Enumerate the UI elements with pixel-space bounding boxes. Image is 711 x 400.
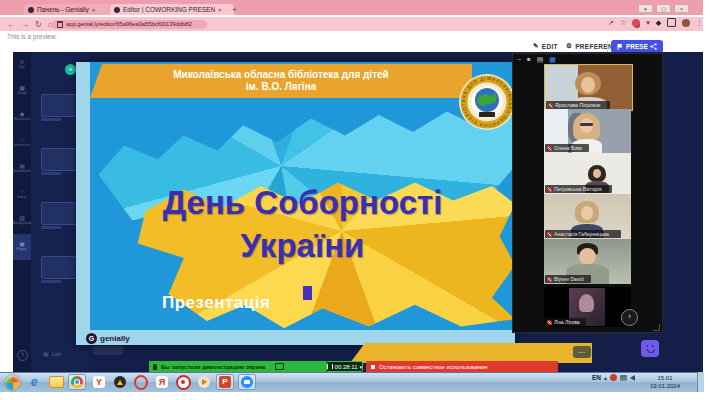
participant-name: Ярослава Пирожок bbox=[555, 102, 600, 107]
taskbar-powerpoint[interactable]: P bbox=[216, 374, 234, 390]
window-restore-button[interactable]: ▢ bbox=[656, 4, 671, 13]
feedback-chat-widget[interactable] bbox=[641, 340, 659, 357]
participant-video-6[interactable]: Ліза Лігова bbox=[544, 287, 631, 327]
participant-video-3[interactable]: Петровська Вікторія bbox=[544, 153, 631, 194]
tray-expand-icon[interactable]: ▴ bbox=[604, 374, 607, 381]
speaker-view-icon[interactable]: ▤ bbox=[537, 56, 544, 64]
page-thumbnail-label bbox=[41, 118, 61, 121]
bookmark-star-icon[interactable]: ☆ bbox=[620, 19, 626, 27]
participant-name: Олена Вовк bbox=[554, 145, 582, 150]
system-tray[interactable]: EN ▴ bbox=[592, 374, 635, 381]
stop-sharing-button[interactable]: Остановить совместное использование bbox=[366, 361, 558, 372]
editor-sidebar: AText ▦Image ◆Resources ☉Interactive ▤Sm… bbox=[13, 52, 31, 372]
sidebar-item-pages[interactable]: ▣Pages bbox=[13, 234, 31, 260]
minimize-panel-icon[interactable]: − bbox=[517, 56, 521, 64]
genially-brand[interactable]: G genially bbox=[86, 333, 130, 344]
screen-icon bbox=[275, 363, 284, 370]
taskbar-opera[interactable] bbox=[132, 374, 150, 390]
sidebar-item-interactive[interactable]: ☉Interactive bbox=[13, 130, 31, 156]
preview-zoom-control[interactable] bbox=[93, 346, 123, 355]
sidebar-item-background[interactable]: ▨Background bbox=[13, 208, 31, 234]
pause-icon bbox=[327, 364, 333, 369]
profile-avatar[interactable] bbox=[682, 19, 690, 27]
taskbar-explorer[interactable] bbox=[47, 374, 65, 390]
windows-orb-icon bbox=[5, 375, 20, 390]
taskbar-red-eye-app[interactable] bbox=[174, 374, 192, 390]
page-thumbnail[interactable] bbox=[41, 256, 81, 279]
help-icon[interactable]: ? bbox=[17, 350, 28, 361]
window-minimize-button[interactable]: ▾ bbox=[638, 4, 653, 13]
show-desktop-button[interactable] bbox=[697, 372, 704, 392]
reload-icon[interactable]: ↻ bbox=[35, 20, 42, 29]
library-logo: МИКОЛАЇВСЬКА ОБЛАСНА БІБЛІОТЕКА ДЛЯ ДІТЕ… bbox=[458, 70, 515, 134]
tab-editor-active[interactable]: Editor | COWORKING PRESENTA... × bbox=[110, 4, 234, 15]
edit-button[interactable]: ✎ EDIT bbox=[533, 42, 558, 50]
slide-title-line1: День Соборності bbox=[90, 184, 515, 222]
powerpoint-icon: P bbox=[219, 376, 231, 388]
stop-video-icon[interactable]: ■ bbox=[527, 56, 531, 64]
gallery-view-icon[interactable]: ▦ bbox=[549, 56, 556, 64]
forward-icon[interactable]: → bbox=[21, 20, 29, 29]
close-tab-icon[interactable]: × bbox=[218, 7, 222, 13]
taskbar-chrome[interactable] bbox=[68, 374, 86, 390]
taskbar-yandex-app[interactable]: Я bbox=[153, 374, 171, 390]
language-indicator: EN bbox=[592, 374, 601, 381]
page-thumbnail-label bbox=[41, 280, 61, 283]
ya-icon: Я bbox=[156, 376, 168, 388]
sidebar-item-insert[interactable]: ↑Insert bbox=[13, 182, 31, 208]
gear-icon: ⚙ bbox=[566, 42, 572, 50]
window-close-button[interactable]: × bbox=[674, 4, 689, 13]
start-button[interactable] bbox=[3, 374, 21, 390]
side-panel-icon[interactable] bbox=[667, 18, 676, 27]
participant-video-5[interactable]: Blysev David bbox=[544, 239, 631, 284]
back-icon[interactable]: ← bbox=[7, 20, 15, 29]
page-thumbnail[interactable] bbox=[41, 148, 81, 171]
taskbar-yandex-browser[interactable]: Y bbox=[90, 374, 108, 390]
slide-title-line2: України bbox=[90, 227, 515, 265]
sidebar-item-resources[interactable]: ◆Resources bbox=[13, 104, 31, 130]
taskbar-zoom[interactable] bbox=[238, 374, 256, 390]
taskbar-ie[interactable]: e bbox=[25, 374, 43, 390]
address-bar[interactable]: app.genial.ly/editor/65a96ea3a55bcf00139… bbox=[52, 20, 207, 29]
genially-logo-icon: G bbox=[86, 333, 97, 344]
share-timer[interactable]: 00:28:11 ▾ bbox=[326, 361, 363, 372]
extensions-puzzle-icon[interactable]: ◆ bbox=[656, 19, 661, 27]
new-tab-button[interactable]: + bbox=[232, 5, 237, 14]
taskbar-yandex-disk[interactable] bbox=[111, 374, 129, 390]
lock-icon bbox=[57, 21, 63, 28]
screen: Панель - Genially × Editor | COWORKING P… bbox=[0, 0, 711, 400]
pages-list-toggle[interactable]: ▤ List bbox=[43, 350, 61, 357]
share-nodes-icon bbox=[650, 43, 657, 50]
close-tab-icon[interactable]: × bbox=[92, 7, 96, 13]
add-page-button[interactable]: + bbox=[65, 64, 76, 75]
menu-kebab-icon[interactable]: ⋮ bbox=[696, 19, 703, 27]
map-monument-mark bbox=[303, 286, 312, 300]
muted-mic-icon bbox=[547, 232, 552, 237]
participant-video-4[interactable]: Анастасія Габерницька bbox=[544, 194, 631, 239]
panel-resize-handle[interactable] bbox=[653, 324, 660, 331]
video-conference-panel: − ■ ▤ ▦ Ярослава Пирожок Олена Вовк bbox=[512, 53, 663, 333]
chevron-down-icon: ▾ bbox=[359, 364, 362, 370]
download-icon[interactable]: ▾ bbox=[646, 19, 650, 27]
extension-badge-icon[interactable] bbox=[632, 19, 640, 27]
sidebar-item-image[interactable]: ▦Image bbox=[13, 78, 31, 104]
page-thumbnail[interactable] bbox=[41, 94, 81, 117]
taskbar-clock[interactable]: 15:01 19.01.2024 bbox=[643, 374, 687, 390]
list-icon: ▤ bbox=[43, 350, 49, 357]
screen-share-banner: Вы запустили демонстрацию экрана bbox=[149, 361, 326, 372]
tray-alert-icon[interactable] bbox=[610, 374, 617, 381]
sidebar-item-smartblocks[interactable]: ▤Smartblocks bbox=[13, 156, 31, 182]
network-icon[interactable] bbox=[620, 375, 627, 381]
participant-video-2[interactable]: Олена Вовк bbox=[544, 109, 631, 153]
share-page-icon[interactable]: ↗ bbox=[608, 19, 614, 27]
chrome-icon bbox=[71, 376, 83, 388]
volume-icon[interactable] bbox=[630, 375, 635, 381]
taskbar-media-app[interactable] bbox=[195, 374, 213, 390]
more-options-button[interactable]: … bbox=[573, 346, 591, 358]
sidebar-item-text[interactable]: AText bbox=[13, 52, 31, 78]
tab-genially-panel[interactable]: Панель - Genially × bbox=[24, 4, 116, 15]
next-participants-button[interactable]: › bbox=[621, 309, 638, 326]
genially-favicon bbox=[114, 7, 120, 13]
page-thumbnail[interactable] bbox=[41, 202, 81, 225]
participant-video-1[interactable]: Ярослава Пирожок bbox=[544, 64, 633, 111]
